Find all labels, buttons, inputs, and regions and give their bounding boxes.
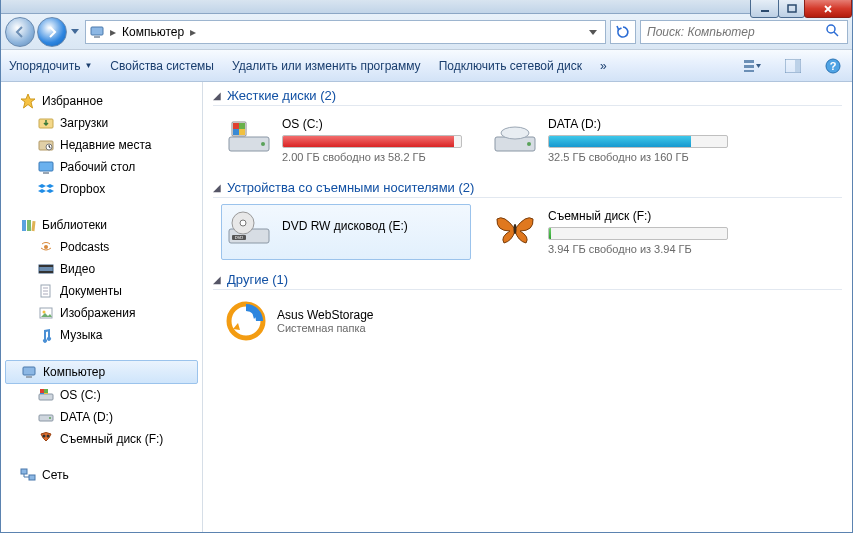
- system-properties-button[interactable]: Свойства системы: [110, 59, 214, 73]
- toolbar-overflow-button[interactable]: »: [600, 59, 607, 73]
- tree-label: OS (C:): [60, 388, 101, 402]
- tree-item-documents[interactable]: Документы: [1, 280, 202, 302]
- svg-rect-2: [91, 27, 103, 35]
- tree-item-podcasts[interactable]: Podcasts: [1, 236, 202, 258]
- svg-rect-6: [744, 60, 754, 63]
- svg-rect-3: [94, 36, 100, 38]
- refresh-button[interactable]: [610, 20, 636, 44]
- svg-rect-8: [744, 70, 754, 72]
- nav-history-dropdown[interactable]: [69, 20, 81, 44]
- chevron-right-icon[interactable]: ▸: [188, 25, 198, 39]
- tree-label: Избранное: [42, 94, 103, 108]
- svg-point-53: [527, 142, 531, 146]
- toolbar-label: Свойства системы: [110, 59, 214, 73]
- tree-item-drive-d[interactable]: DATA (D:): [1, 406, 202, 428]
- dropbox-icon: [37, 180, 55, 198]
- drive-item-c[interactable]: OS (C:) 2.00 ГБ свободно из 58.2 ГБ: [221, 112, 471, 168]
- drive-item-f[interactable]: Съемный диск (F:) 3.94 ГБ свободно из 3.…: [487, 204, 737, 260]
- svg-point-41: [47, 435, 50, 438]
- svg-text:?: ?: [830, 60, 837, 72]
- tree-label: Видео: [60, 262, 95, 276]
- svg-point-30: [43, 311, 46, 314]
- tree-network[interactable]: Сеть: [1, 464, 202, 486]
- address-bar[interactable]: ▸ Компьютер ▸: [85, 20, 606, 44]
- address-dropdown[interactable]: [583, 25, 603, 39]
- window-titlebar: [1, 0, 852, 14]
- tree-item-dropbox[interactable]: Dropbox: [1, 178, 202, 200]
- navigation-pane: Избранное Загрузки Недавние места Рабочи…: [1, 82, 203, 532]
- svg-rect-48: [233, 129, 239, 135]
- help-button[interactable]: ?: [822, 55, 844, 77]
- group-header-other[interactable]: ◢ Другие (1): [213, 272, 842, 290]
- drive-icon: [226, 117, 272, 157]
- svg-point-52: [501, 127, 529, 139]
- tree-computer[interactable]: Компьютер: [5, 360, 198, 384]
- collapse-icon: ◢: [213, 182, 221, 193]
- svg-rect-37: [44, 393, 48, 394]
- breadcrumb-computer[interactable]: Компьютер: [118, 25, 188, 39]
- drive-name: DATA (D:): [548, 117, 732, 131]
- drive-item-e[interactable]: DVD DVD RW дисковод (E:): [221, 204, 471, 260]
- svg-rect-36: [40, 393, 44, 394]
- nav-back-button[interactable]: [5, 17, 35, 47]
- tree-label: Podcasts: [60, 240, 109, 254]
- search-input[interactable]: [647, 25, 825, 39]
- drive-status: 3.94 ГБ свободно из 3.94 ГБ: [548, 243, 732, 255]
- tree-label: Изображения: [60, 306, 135, 320]
- capacity-bar: [548, 227, 728, 240]
- tree-item-drive-f[interactable]: Съемный диск (F:): [1, 428, 202, 450]
- tree-item-downloads[interactable]: Загрузки: [1, 112, 202, 134]
- svg-rect-10: [795, 60, 800, 72]
- chevron-right-icon[interactable]: ▸: [108, 25, 118, 39]
- tree-label: DATA (D:): [60, 410, 113, 424]
- tree-libraries[interactable]: Библиотеки: [1, 214, 202, 236]
- svg-rect-43: [29, 475, 35, 480]
- search-box[interactable]: [640, 20, 848, 44]
- recent-icon: [37, 136, 55, 154]
- tree-item-recent[interactable]: Недавние места: [1, 134, 202, 156]
- drive-icon: [37, 386, 55, 404]
- tree-item-images[interactable]: Изображения: [1, 302, 202, 324]
- svg-rect-18: [22, 220, 26, 231]
- capacity-bar: [548, 135, 728, 148]
- organize-menu[interactable]: Упорядочить ▼: [9, 59, 92, 73]
- view-options-button[interactable]: [742, 55, 764, 77]
- svg-rect-19: [27, 220, 31, 231]
- group-header-hdd[interactable]: ◢ Жесткие диски (2): [213, 88, 842, 106]
- svg-point-50: [261, 142, 265, 146]
- nav-forward-button[interactable]: [37, 17, 67, 47]
- window-close-button[interactable]: [804, 0, 852, 18]
- star-icon: [19, 92, 37, 110]
- drive-name: OS (C:): [282, 117, 466, 131]
- preview-pane-button[interactable]: [782, 55, 804, 77]
- tree-item-music[interactable]: Музыка: [1, 324, 202, 346]
- window-maximize-button[interactable]: [778, 0, 805, 18]
- svg-point-56: [240, 220, 246, 226]
- libraries-icon: [19, 216, 37, 234]
- music-icon: [37, 326, 55, 344]
- tree-item-video[interactable]: Видео: [1, 258, 202, 280]
- svg-rect-0: [761, 10, 769, 12]
- drive-item-d[interactable]: DATA (D:) 32.5 ГБ свободно из 160 ГБ: [487, 112, 737, 168]
- uninstall-change-button[interactable]: Удалить или изменить программу: [232, 59, 421, 73]
- toolbar-label: »: [600, 59, 607, 73]
- group-header-removable[interactable]: ◢ Устройства со съемными носителями (2): [213, 180, 842, 198]
- window-minimize-button[interactable]: [750, 0, 779, 18]
- other-item-asus[interactable]: Asus WebStorage Системная папка: [221, 296, 481, 346]
- svg-rect-17: [43, 172, 49, 174]
- svg-point-21: [44, 245, 48, 249]
- capacity-bar: [282, 135, 462, 148]
- tree-item-desktop[interactable]: Рабочий стол: [1, 156, 202, 178]
- drive-icon: [37, 408, 55, 426]
- tree-item-drive-c[interactable]: OS (C:): [1, 384, 202, 406]
- search-icon[interactable]: [825, 23, 841, 40]
- content-pane: ◢ Жесткие диски (2) OS (C:) 2.00 ГБ своб…: [203, 82, 852, 532]
- tree-favorites[interactable]: Избранное: [1, 90, 202, 112]
- svg-rect-46: [233, 123, 239, 129]
- map-network-drive-button[interactable]: Подключить сетевой диск: [439, 59, 582, 73]
- network-icon: [19, 466, 37, 484]
- asus-webstorage-icon: [225, 300, 267, 342]
- svg-rect-47: [239, 123, 245, 129]
- svg-rect-1: [788, 5, 796, 12]
- svg-rect-32: [26, 376, 32, 378]
